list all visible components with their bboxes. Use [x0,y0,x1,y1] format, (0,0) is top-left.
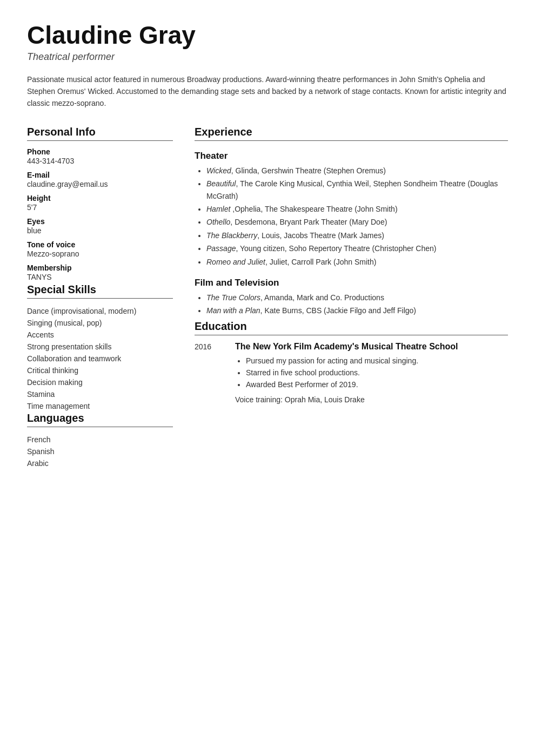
exp-subsection-title: Theater [195,151,508,161]
skill-item: Accents [27,329,173,341]
experience-title: Experience [195,126,508,141]
summary-text: Passionate musical actor featured in num… [27,73,508,110]
skills-list: Dance (improvisational, modern)Singing (… [27,305,173,412]
special-skills-title: Special Skills [27,284,173,299]
exp-list-item: Beautiful, The Carole King Musical, Cynt… [206,178,508,202]
field-label: Eyes [27,217,173,226]
exp-list-item: Othello, Desdemona, Bryant Park Theater … [206,216,508,228]
field-value: 443-314-4703 [27,157,173,165]
exp-list-item: Passage, Young citizen, Soho Repertory T… [206,242,508,254]
left-column: Personal Info Phone443-314-4703E-mailcla… [27,126,173,469]
exp-list-item: Man with a Plan, Kate Burns, CBS (Jackie… [206,305,508,316]
field-value: Mezzo-soprano [27,249,173,258]
edu-year: 2016 [195,342,224,404]
field-label: Phone [27,147,173,156]
field-label: Height [27,194,173,202]
exp-subsection-title: Film and Television [195,278,508,288]
edu-bullets: Pursued my passion for acting and musica… [235,355,508,391]
field-label: Membership [27,264,173,272]
candidate-name: Claudine Gray [27,22,508,49]
language-item: Arabic [27,457,173,469]
skill-item: Decision making [27,376,173,388]
skill-item: Critical thinking [27,364,173,376]
exp-list-item: Romeo and Juliet, Juliet, Carroll Park (… [206,256,508,268]
personal-info-fields: Phone443-314-4703E-mailclaudine.gray@ema… [27,147,173,281]
exp-list-item: Hamlet ,Ophelia, The Shakespeare Theatre… [206,203,508,215]
edu-bullet-item: Pursued my passion for acting and musica… [246,355,508,367]
exp-list-item: The Blackberry, Louis, Jacobs Theatre (M… [206,230,508,241]
skill-item: Strong presentation skills [27,341,173,353]
field-value: 5'7 [27,203,173,212]
languages-list: FrenchSpanishArabic [27,434,173,469]
edu-details: The New York Film Academy's Musical Thea… [235,342,508,404]
exp-items-list: Wicked, Glinda, Gershwin Theatre (Stephe… [195,165,508,268]
education-title: Education [195,320,508,335]
skill-item: Collaboration and teamwork [27,353,173,364]
exp-items-list: The True Colors, Amanda, Mark and Co. Pr… [195,292,508,317]
personal-info-section: Personal Info Phone443-314-4703E-mailcla… [27,126,173,281]
skill-item: Dance (improvisational, modern) [27,305,173,317]
field-value: claudine.gray@email.us [27,180,173,188]
language-item: Spanish [27,446,173,457]
field-label: Tone of voice [27,240,173,249]
candidate-title: Theatrical performer [27,51,508,63]
languages-title: Languages [27,412,173,427]
exp-list-item: Wicked, Glinda, Gershwin Theatre (Stephe… [206,165,508,177]
field-value: TANYS [27,273,173,281]
personal-info-title: Personal Info [27,126,173,141]
skill-item: Singing (musical, pop) [27,317,173,329]
exp-list-item: The True Colors, Amanda, Mark and Co. Pr… [206,292,508,303]
education-section: Education 2016The New York Film Academy'… [195,320,508,404]
experience-content: TheaterWicked, Glinda, Gershwin Theatre … [195,151,508,317]
field-value: blue [27,226,173,235]
special-skills-section: Special Skills Dance (improvisational, m… [27,284,173,412]
language-item: French [27,434,173,446]
field-label: E-mail [27,171,173,179]
edu-school-name: The New York Film Academy's Musical Thea… [235,342,508,352]
right-column: Experience TheaterWicked, Glinda, Gershw… [195,126,508,469]
experience-section: Experience TheaterWicked, Glinda, Gershw… [195,126,508,317]
edu-bullet-item: Starred in five school productions. [246,367,508,379]
languages-section: Languages FrenchSpanishArabic [27,412,173,469]
education-entry: 2016The New York Film Academy's Musical … [195,342,508,404]
skill-item: Stamina [27,388,173,400]
education-content: 2016The New York Film Academy's Musical … [195,342,508,404]
edu-bullet-item: Awarded Best Performer of 2019. [246,379,508,390]
edu-extra-info: Voice training: Oprah Mia, Louis Drake [235,395,508,404]
main-content: Personal Info Phone443-314-4703E-mailcla… [27,126,508,469]
skill-item: Time management [27,400,173,412]
